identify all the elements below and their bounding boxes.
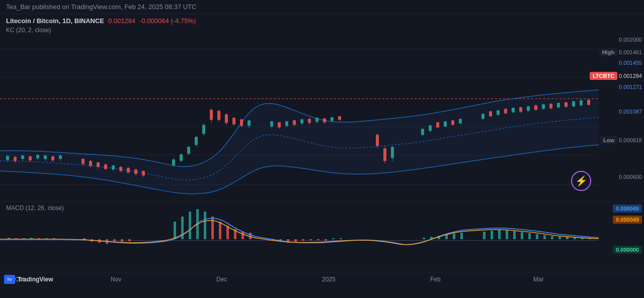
time-axis: Oct Nov Dec 2025 Feb Mar TV TradingView bbox=[0, 272, 644, 286]
svg-rect-53 bbox=[240, 119, 243, 126]
time-label-dec: Dec bbox=[216, 276, 227, 283]
svg-rect-154 bbox=[302, 239, 304, 241]
svg-rect-45 bbox=[210, 110, 213, 120]
svg-rect-145 bbox=[219, 222, 221, 239]
svg-rect-41 bbox=[195, 137, 198, 145]
chart-info: Litecoin / Bitcoin, 1D, BINANCE 0.001284… bbox=[0, 14, 644, 26]
macd-zero-value: 0.000000 bbox=[613, 246, 642, 254]
svg-rect-160 bbox=[423, 238, 425, 239]
svg-rect-23 bbox=[104, 164, 107, 169]
macd-chart-svg bbox=[0, 202, 599, 272]
svg-rect-176 bbox=[558, 237, 561, 239]
svg-rect-153 bbox=[294, 239, 297, 242]
current-price-label: 0.001284 bbox=[619, 73, 642, 79]
kc-indicator-label: KC (20, 2, close) bbox=[0, 26, 644, 36]
svg-rect-174 bbox=[543, 235, 546, 239]
svg-rect-61 bbox=[285, 121, 288, 126]
header-bar: Tea_Bar published on TradingView.com, Fe… bbox=[0, 0, 644, 14]
svg-rect-35 bbox=[172, 159, 175, 165]
svg-rect-15 bbox=[59, 155, 62, 159]
svg-rect-105 bbox=[519, 108, 522, 112]
macd-upper-level: 0.000049 bbox=[613, 206, 642, 212]
svg-rect-57 bbox=[270, 121, 273, 126]
svg-rect-59 bbox=[278, 122, 281, 127]
svg-rect-158 bbox=[332, 238, 335, 239]
kc-lower-label: 0.001087 bbox=[619, 109, 642, 115]
svg-rect-119 bbox=[572, 102, 575, 107]
macd-chart-area: MACD (12, 26, close) bbox=[0, 202, 644, 272]
svg-rect-51 bbox=[232, 118, 235, 125]
price-labels-macd: 0.000049 0.000049 0.000000 bbox=[599, 202, 644, 272]
chart-container: Tea_Bar published on TradingView.com, Fe… bbox=[0, 0, 644, 298]
svg-rect-37 bbox=[180, 154, 183, 161]
svg-rect-95 bbox=[481, 114, 485, 119]
svg-rect-91 bbox=[451, 120, 454, 125]
svg-text:TV: TV bbox=[7, 278, 12, 281]
svg-rect-143 bbox=[204, 212, 206, 239]
svg-rect-75 bbox=[338, 117, 341, 120]
svg-rect-170 bbox=[513, 231, 516, 239]
svg-rect-9 bbox=[36, 155, 39, 158]
tradingview-logo: TV TradingView bbox=[0, 272, 53, 286]
price-level-600: 0.000600 bbox=[619, 174, 642, 180]
svg-rect-99 bbox=[497, 111, 500, 115]
high-value: 0.001461 bbox=[619, 49, 642, 55]
svg-rect-109 bbox=[534, 106, 537, 110]
svg-rect-19 bbox=[89, 161, 92, 166]
svg-rect-141 bbox=[189, 212, 191, 239]
macd-indicator-label: MACD (12, 26, close) bbox=[6, 205, 64, 212]
svg-rect-166 bbox=[483, 232, 486, 239]
low-price-row: Low 0.000818 bbox=[600, 136, 642, 144]
price-level-2000: 0.002000 bbox=[619, 37, 642, 43]
published-info: Tea_Bar published on TradingView.com, Fe… bbox=[6, 3, 196, 11]
lightning-icon: ⚡ bbox=[571, 171, 591, 191]
svg-rect-163 bbox=[445, 235, 448, 239]
svg-rect-168 bbox=[498, 230, 501, 239]
svg-rect-81 bbox=[391, 147, 394, 158]
svg-rect-169 bbox=[506, 230, 508, 239]
svg-rect-55 bbox=[248, 120, 251, 126]
svg-rect-148 bbox=[242, 232, 244, 239]
svg-rect-31 bbox=[134, 169, 137, 174]
svg-rect-137 bbox=[121, 239, 123, 242]
price-labels-main: 0.002000 High 0.001461 0.001455 LTCBTC 0… bbox=[599, 36, 644, 201]
macd-orange-level: 0.000049 bbox=[613, 217, 642, 223]
svg-rect-101 bbox=[504, 109, 507, 114]
svg-rect-167 bbox=[491, 231, 493, 239]
low-value: 0.000818 bbox=[619, 137, 642, 143]
svg-rect-136 bbox=[113, 239, 116, 241]
main-chart-area: 0.002000 High 0.001461 0.001455 LTCBTC 0… bbox=[0, 36, 644, 202]
current-price: 0.001284 bbox=[108, 17, 135, 25]
svg-rect-107 bbox=[527, 107, 530, 111]
svg-rect-113 bbox=[549, 104, 552, 109]
svg-rect-155 bbox=[309, 239, 312, 240]
svg-rect-164 bbox=[453, 234, 455, 239]
svg-rect-63 bbox=[293, 120, 296, 125]
svg-rect-85 bbox=[429, 125, 432, 131]
svg-rect-138 bbox=[128, 239, 131, 241]
kc-mid-label: 0.001271 bbox=[619, 84, 642, 90]
svg-rect-173 bbox=[536, 234, 538, 239]
svg-rect-139 bbox=[174, 222, 176, 239]
svg-rect-159 bbox=[340, 238, 342, 239]
svg-rect-177 bbox=[566, 237, 569, 239]
low-label: Low bbox=[600, 136, 617, 144]
high-price-row: High 0.001461 bbox=[599, 48, 642, 56]
time-label-2025: 2025 bbox=[322, 276, 336, 283]
svg-rect-5 bbox=[21, 155, 24, 159]
svg-rect-27 bbox=[119, 167, 122, 171]
high-label: High bbox=[599, 48, 617, 56]
svg-rect-79 bbox=[383, 148, 386, 161]
svg-rect-21 bbox=[97, 162, 100, 167]
svg-rect-123 bbox=[587, 100, 590, 105]
svg-rect-144 bbox=[211, 217, 214, 239]
svg-rect-175 bbox=[551, 236, 553, 239]
tradingview-text: TradingView bbox=[18, 276, 53, 283]
svg-rect-67 bbox=[308, 119, 311, 123]
svg-rect-29 bbox=[127, 168, 130, 172]
svg-rect-156 bbox=[317, 239, 319, 240]
main-chart-svg bbox=[0, 36, 599, 201]
svg-rect-83 bbox=[421, 129, 424, 135]
svg-rect-43 bbox=[202, 125, 205, 134]
svg-rect-103 bbox=[512, 108, 515, 113]
